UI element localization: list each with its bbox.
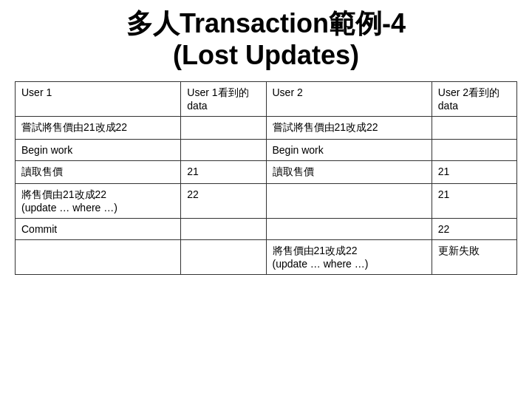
header-row: User 1 User 1看到的data User 2 User 2看到的dat…: [16, 82, 517, 117]
cell-r3-user2: [266, 184, 432, 219]
cell-r3-user1: 將售價由21改成22(update … where …): [16, 184, 181, 219]
cell-r3-data1: 22: [181, 184, 266, 219]
title-line2: (Lost Updates): [126, 39, 406, 71]
cell-r2-user1: 讀取售價: [16, 161, 181, 184]
cell-r2-data2: 21: [432, 161, 516, 184]
title-line1: 多人Transaction範例-4: [126, 7, 406, 39]
cell-r0-data1: [181, 117, 266, 140]
cell-r5-data1: [181, 240, 266, 275]
cell-r2-user2: 讀取售價: [266, 161, 432, 184]
title-block: 多人Transaction範例-4 (Lost Updates): [126, 7, 406, 71]
cell-r4-data1: [181, 219, 266, 240]
cell-r4-data2: 22: [432, 219, 516, 240]
cell-r5-data2: 更新失敗: [432, 240, 516, 275]
cell-r0-data2: [432, 117, 516, 140]
table-row: 讀取售價 21 讀取售價 21: [16, 161, 517, 184]
header-user1: User 1: [16, 82, 181, 117]
table-row: 將售價由21改成22(update … where …) 22 21: [16, 184, 517, 219]
cell-r5-user2: 將售價由21改成22(update … where …): [266, 240, 432, 275]
cell-r3-data2: 21: [432, 184, 516, 219]
cell-r5-user1: [16, 240, 181, 275]
page-container: 多人Transaction範例-4 (Lost Updates) User 1 …: [0, 0, 532, 399]
header-data1: User 1看到的data: [181, 82, 266, 117]
table-row: Commit 22: [16, 219, 517, 240]
header-data2: User 2看到的data: [432, 82, 516, 117]
cell-r0-user1: 嘗試將售價由21改成22: [16, 117, 181, 140]
header-user2: User 2: [266, 82, 432, 117]
table-row: 將售價由21改成22(update … where …) 更新失敗: [16, 240, 517, 275]
cell-r4-user2: [266, 219, 432, 240]
main-table: User 1 User 1看到的data User 2 User 2看到的dat…: [15, 81, 517, 275]
cell-r2-data1: 21: [181, 161, 266, 184]
cell-r1-data1: [181, 140, 266, 161]
table-row: 嘗試將售價由21改成22 嘗試將售價由21改成22: [16, 117, 517, 140]
cell-r0-user2: 嘗試將售價由21改成22: [266, 117, 432, 140]
table-row: Begin work Begin work: [16, 140, 517, 161]
cell-r1-user2: Begin work: [266, 140, 432, 161]
cell-r4-user1: Commit: [16, 219, 181, 240]
cell-r1-user1: Begin work: [16, 140, 181, 161]
cell-r1-data2: [432, 140, 516, 161]
